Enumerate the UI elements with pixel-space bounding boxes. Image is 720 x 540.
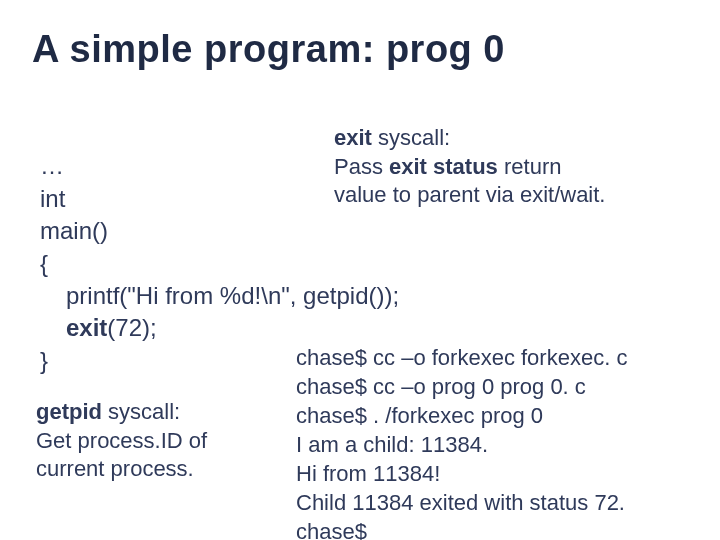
terminal-line: chase$ . /forkexec prog 0 [296, 403, 543, 428]
note-bold: exit [334, 125, 372, 150]
note-bold: exit status [389, 154, 498, 179]
note-bold: getpid [36, 399, 102, 424]
note-text: syscall: [102, 399, 180, 424]
note-line: Get process.ID of [36, 427, 266, 456]
terminal-line: chase$ cc –o prog 0 prog 0. c [296, 374, 586, 399]
slide: A simple program: prog 0 … int main() { … [0, 0, 720, 540]
terminal-line: chase$ [296, 519, 367, 540]
note-line: value to parent via exit/wait. [334, 181, 694, 210]
note-text: syscall: [372, 125, 450, 150]
note-text: return [498, 154, 562, 179]
code-keyword-exit: exit [66, 314, 107, 341]
page-title: A simple program: prog 0 [32, 28, 505, 71]
terminal-line: Child 11384 exited with status 72. [296, 490, 625, 515]
code-text: (72); [107, 314, 156, 341]
terminal-line: I am a child: 11384. [296, 432, 488, 457]
code-line: int [40, 185, 65, 212]
note-line: exit syscall: [334, 124, 694, 153]
note-line: Pass exit status return [334, 153, 694, 182]
note-line: getpid syscall: [36, 398, 266, 427]
terminal-line: chase$ cc –o forkexec forkexec. c [296, 345, 627, 370]
code-line: … [40, 152, 64, 179]
getpid-syscall-note: getpid syscall: Get process.ID of curren… [36, 398, 266, 484]
code-line: main() [40, 217, 108, 244]
exit-syscall-note: exit syscall: Pass exit status return va… [334, 124, 694, 210]
code-line: printf("Hi from %d!\n", getpid()); [66, 280, 460, 312]
code-line: { [40, 250, 48, 277]
note-line: current process. [36, 455, 266, 484]
note-text: Pass [334, 154, 389, 179]
terminal-output: chase$ cc –o forkexec forkexec. c chase$… [296, 314, 716, 540]
code-line: } [40, 347, 48, 374]
terminal-line: Hi from 11384! [296, 461, 440, 486]
